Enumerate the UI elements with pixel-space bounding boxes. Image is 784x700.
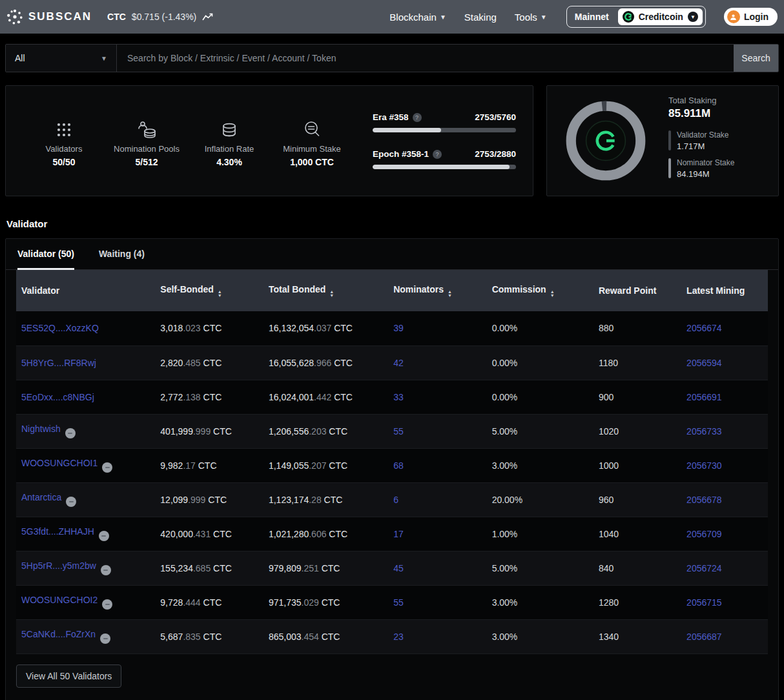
total-bonded-cell: 865,003.454 CTC [263,619,388,654]
col-validator: Validator [16,270,155,311]
view-all-validators-button[interactable]: View All 50 Validators [16,664,121,688]
tab-validator[interactable]: Validator (50) [17,239,74,270]
commission-cell: 3.00% [487,619,593,654]
page-title: Validator [6,218,784,229]
validator-link[interactable]: WOOSUNGCHOI2 [21,595,98,605]
reward-point-cell: 840 [593,551,681,585]
stat-nomination-pools: Nomination Pools 5/512 [105,115,188,167]
identity-badge-icon [99,531,109,541]
nominators-count-link[interactable]: 17 [393,529,404,539]
validator-link[interactable]: 5Hp5rR....y5m2bw [21,561,96,571]
sort-icon[interactable]: ▲▼ [329,290,334,298]
total-bonded-cell: 16,132,054.037 CTC [263,311,388,345]
reward-point-cell: 1020 [593,414,681,448]
stat-validators: Validators 50/50 [23,115,105,167]
validator-table: Validator Self-Bonded▲▼ Total Bonded▲▼ N… [16,270,768,654]
legend-validator-stake: Validator Stake 1.717M [668,130,734,151]
nominators-count-link[interactable]: 23 [393,632,404,642]
validator-table-card: Validator (50) Waiting (4) Validator Sel… [5,238,779,700]
login-label: Login [744,12,769,22]
legend-nominator-stake: Nominator Stake 84.194M [668,158,734,179]
tab-waiting[interactable]: Waiting (4) [99,239,145,270]
nominators-count-link[interactable]: 39 [393,323,404,333]
validator-link[interactable]: Nightwish [21,424,61,434]
validator-tabs: Validator (50) Waiting (4) [6,239,778,270]
col-reward-point: Reward Point [593,270,681,311]
latest-mining-block-link[interactable]: 2056724 [686,563,722,573]
nav-item-tools[interactable]: Tools ▼ [515,12,547,23]
validator-link[interactable]: 5CaNKd....FoZrXn [21,629,96,639]
self-bonded-cell: 3,018.023 CTC [155,311,263,345]
latest-mining-block-link[interactable]: 2056715 [686,597,722,608]
nominators-count-link[interactable]: 55 [393,426,404,437]
nominators-count-link[interactable]: 33 [393,392,404,402]
nominators-count-link[interactable]: 55 [393,597,404,608]
nominators-cell: 68 [388,448,486,482]
validator-link[interactable]: 5ES52Q....XozzKQ [21,323,99,333]
validator-stake-label: Validator Stake [677,130,729,139]
reward-point-cell: 900 [593,380,681,414]
self-bonded-cell: 9,982.17 CTC [155,448,263,482]
nominators-cell: 55 [388,585,486,619]
nav-label-tools: Tools [515,12,537,23]
nominators-count-link[interactable]: 42 [393,358,404,368]
latest-mining-block-link[interactable]: 2056674 [686,323,722,333]
era-epoch-progress: Era #358 ? 2753/5760 Epoch #358-1 ? 2753… [353,112,516,169]
era-value: 2753/5760 [475,112,516,122]
help-icon[interactable]: ? [433,150,442,159]
validator-link[interactable]: WOOSUNGCHOI1 [21,458,98,468]
validator-cell: WOOSUNGCHOI2 [16,585,155,619]
stat-label: Inflation Rate [205,144,254,154]
validator-cell: WOOSUNGCHOI1 [16,448,155,482]
nominators-cell: 6 [388,482,486,517]
chain-dropdown-icon[interactable]: ▼ [688,12,698,22]
validator-link[interactable]: 5G3fdt....ZHHAJH [21,526,94,537]
help-icon[interactable]: ? [413,113,422,122]
table-row: WOOSUNGCHOI19,982.17 CTC1,149,055.207 CT… [16,448,768,482]
nav-item-staking[interactable]: Staking [464,12,497,23]
table-row: 5H8YrG....RF8Rwj2,820.485 CTC16,055,628.… [16,345,768,380]
table-row: 5G3fdt....ZHHAJH420,000.431 CTC1,021,280… [16,517,768,551]
price-chart-icon[interactable] [202,13,213,21]
self-bonded-cell: 401,999.999 CTC [155,414,263,448]
login-button[interactable]: Login [724,8,778,26]
latest-mining-block-link[interactable]: 2056687 [686,632,722,642]
latest-mining-block-link[interactable]: 2056678 [686,495,722,505]
latest-mining-block-link[interactable]: 2056691 [686,392,722,402]
validator-cell: 5CaNKd....FoZrXn [16,619,155,654]
subscan-logo[interactable]: SUBSCAN [6,8,92,25]
validator-cell: 5Hp5rR....y5m2bw [16,551,155,585]
self-bonded-cell: 420,000.431 CTC [155,517,263,551]
mainnet-button[interactable]: Mainnet [568,9,615,25]
validator-link[interactable]: Antarctica [21,492,61,502]
nominators-count-link[interactable]: 6 [393,495,398,505]
nav-label-blockchain: Blockchain [389,12,437,23]
latest-mining-block-link[interactable]: 2056733 [686,426,722,437]
latest-mining-block-link[interactable]: 2056730 [686,460,722,471]
token-price-widget: CTC $0.715 (-1.43%) [107,12,213,22]
commission-cell: 0.00% [487,380,593,414]
self-bonded-cell: 2,772.138 CTC [155,380,263,414]
main-nav: Blockchain ▼ Staking Tools ▼ [389,12,546,23]
sort-icon[interactable]: ▲▼ [448,290,452,298]
sort-icon[interactable]: ▲▼ [218,290,222,298]
nominators-cell: 42 [388,345,486,380]
validator-link[interactable]: 5EoDxx....c8NBGj [21,392,94,402]
table-row: 5Hp5rR....y5m2bw155,234.685 CTC979,809.2… [16,551,768,585]
latest-mining-block-link[interactable]: 2056594 [686,358,722,368]
latest-mining-block-link[interactable]: 2056709 [686,529,722,539]
search-input[interactable] [117,45,734,72]
network-selector-group: Mainnet Creditcoin ▼ [566,6,706,28]
chain-select[interactable]: Creditcoin ▼ [618,8,703,25]
nominators-count-link[interactable]: 68 [393,460,404,471]
search-filter-select[interactable]: All ▼ [6,45,117,72]
validator-link[interactable]: 5H8YrG....RF8Rwj [21,358,96,368]
sort-icon[interactable]: ▲▼ [550,290,555,298]
subscan-dots-icon [6,8,23,25]
search-button[interactable]: Search [734,45,778,72]
nominators-count-link[interactable]: 45 [393,563,404,573]
total-bonded-cell: 16,024,001.442 CTC [263,380,388,414]
token-symbol: CTC [107,12,126,22]
total-bonded-cell: 979,809.251 CTC [263,551,388,585]
nav-item-blockchain[interactable]: Blockchain ▼ [389,12,446,23]
